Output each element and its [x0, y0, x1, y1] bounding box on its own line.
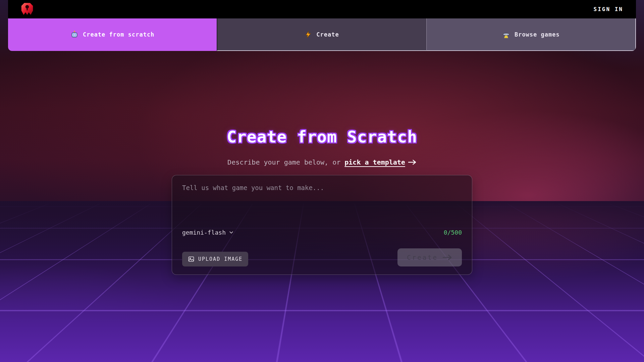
tab-browse-games[interactable]: Browse games	[426, 18, 636, 51]
tab-label: Browse games	[515, 31, 560, 38]
sign-in-button[interactable]: SIGN IN	[594, 6, 623, 12]
tab-label: Create from scratch	[83, 31, 154, 38]
top-bar: SIGN IN	[8, 0, 636, 18]
subtitle-text: Describe your game below, or	[227, 158, 340, 166]
create-button-label: Create	[407, 254, 438, 261]
ufo-icon	[502, 31, 510, 39]
subtitle: Describe your game below, or pick a temp…	[227, 158, 417, 166]
prompt-textarea[interactable]	[172, 175, 472, 225]
hero-section: Create from Scratch Describe your game b…	[8, 51, 636, 275]
page-title: Create from Scratch	[227, 127, 417, 146]
image-icon	[188, 256, 195, 262]
arrow-right-icon	[442, 254, 452, 261]
upload-image-label: UPLOAD IMAGE	[198, 256, 243, 262]
arrow-right-icon	[408, 159, 417, 165]
tab-create-from-scratch[interactable]: Create from scratch	[8, 18, 217, 51]
tab-label: Create	[316, 31, 339, 38]
tab-bar: Create from scratch Create Browse games	[8, 18, 636, 51]
robot-icon	[70, 31, 78, 39]
char-counter: 0/500	[444, 229, 462, 236]
model-select[interactable]: gemini-flash	[182, 229, 234, 236]
page-container: SIGN IN Create from scratch Create	[8, 0, 636, 275]
model-row: gemini-flash 0/500	[172, 225, 472, 240]
upload-image-button[interactable]: UPLOAD IMAGE	[182, 252, 248, 266]
composer-card: gemini-flash 0/500 UPLOAD IMAGE	[172, 175, 472, 275]
composer-actions: UPLOAD IMAGE Create	[172, 248, 472, 275]
red-gem-logo-icon[interactable]	[19, 2, 35, 17]
lightning-icon	[305, 31, 312, 38]
tab-create[interactable]: Create	[217, 18, 426, 51]
create-button[interactable]: Create	[397, 248, 462, 266]
pick-a-template-link[interactable]: pick a template	[344, 158, 405, 166]
model-select-value: gemini-flash	[182, 229, 226, 236]
chevron-down-icon	[229, 230, 234, 235]
